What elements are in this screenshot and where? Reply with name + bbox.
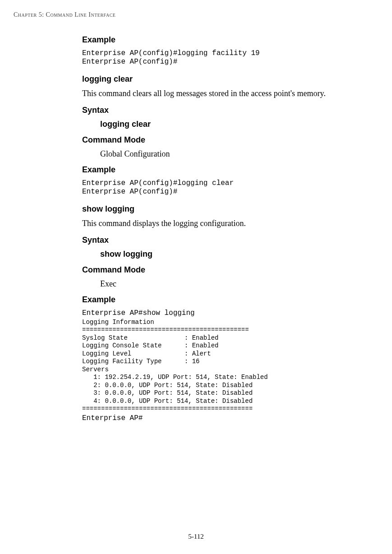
logging-clear-title: logging clear bbox=[82, 74, 380, 84]
code-block-1: Enterprise AP(config)#logging facility 1… bbox=[82, 49, 380, 66]
show-logging-title: show logging bbox=[82, 204, 380, 214]
syntax-heading-1: Syntax bbox=[82, 106, 380, 115]
syntax-value-2: show logging bbox=[100, 249, 380, 259]
code-block-2: Enterprise AP(config)#logging clear Ente… bbox=[82, 179, 380, 196]
mode-heading-2: Command Mode bbox=[82, 265, 380, 275]
running-head: Chapter 5: Command Line Interface bbox=[14, 11, 115, 18]
example-heading-3: Example bbox=[82, 295, 380, 305]
page-number: 5-112 bbox=[0, 533, 392, 540]
code-block-3-line1: Enterprise AP#show logging bbox=[82, 309, 380, 318]
mode-heading-1: Command Mode bbox=[82, 135, 380, 145]
example-heading-2: Example bbox=[82, 165, 380, 175]
syntax-heading-2: Syntax bbox=[82, 235, 380, 245]
mode-value-2: Exec bbox=[100, 279, 380, 289]
logging-clear-desc: This command clears all log messages sto… bbox=[82, 88, 380, 99]
syntax-value-1: logging clear bbox=[100, 120, 380, 129]
code-block-3-line3: Enterprise AP# bbox=[82, 414, 380, 423]
example-heading-1: Example bbox=[82, 35, 380, 45]
page-content: Example Enterprise AP(config)#logging fa… bbox=[82, 35, 380, 424]
mode-value-1: Global Configuration bbox=[100, 149, 380, 159]
code-block-3-body: Logging Information ====================… bbox=[82, 319, 380, 413]
show-logging-desc: This command displays the logging config… bbox=[82, 218, 380, 229]
